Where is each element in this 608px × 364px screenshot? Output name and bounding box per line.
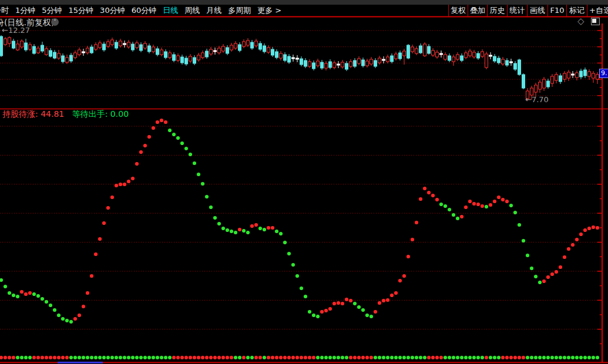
current-price-badge: 9. [599, 69, 608, 78]
app-window: 分时1分钟5分钟15分钟30分钟60分钟日线周线月线多周期更多 > 复权叠加历史… [0, 0, 608, 364]
chevron-down-icon[interactable]: ˅ [51, 18, 59, 26]
low-price-label: ←7.70 [525, 95, 549, 104]
maximize-panel-icon[interactable] [591, 18, 600, 25]
indicator-hold-value: 持股待涨: 44.81 [2, 109, 64, 119]
indicator-header: 持股待涨: 44.81 等待出手: 0.00 [2, 109, 129, 120]
high-price-label: ←12.27 [2, 26, 30, 35]
indicator-wait-value: 等待出手: 0.00 [72, 109, 129, 119]
diamond-icon[interactable]: ◇ [577, 16, 585, 26]
candles-and-indicator-svg[interactable] [0, 0, 608, 364]
